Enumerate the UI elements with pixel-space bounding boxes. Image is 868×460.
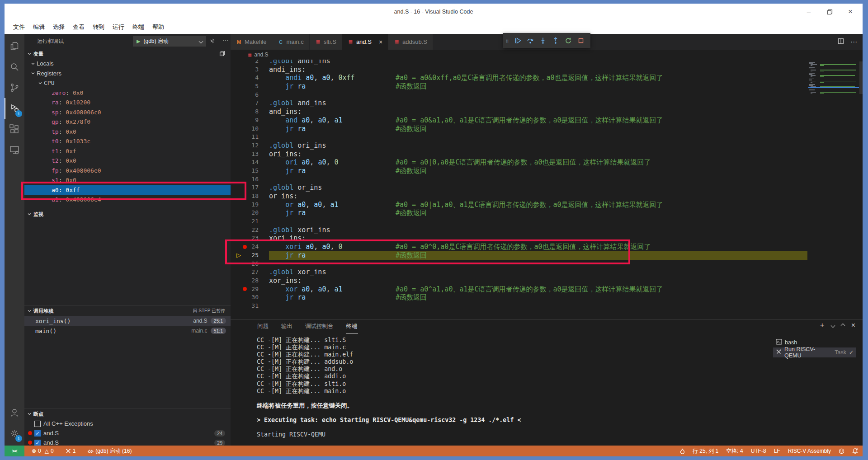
gutter-space[interactable] [241, 125, 249, 133]
stop-button[interactable] [576, 35, 586, 47]
gutter-space[interactable] [241, 260, 249, 268]
continue-button[interactable] [512, 35, 523, 47]
code-line-8[interactable]: 8and_ins: [231, 108, 863, 116]
close-tab-icon[interactable]: × [379, 38, 382, 46]
code-line-7[interactable]: 7.globl and_ins [231, 99, 863, 108]
gutter-space[interactable] [241, 133, 249, 141]
menu-item-文件[interactable]: 文件 [9, 20, 29, 34]
gutter-space[interactable] [241, 277, 249, 285]
encoding[interactable]: UTF-8 [751, 448, 766, 454]
code-line-6[interactable]: 6 [231, 91, 863, 99]
run-and-debug-icon[interactable]: 1 [5, 98, 24, 119]
gutter-space[interactable] [241, 293, 249, 302]
code-line-9[interactable]: 9 and a0, a0, a1#a0 = a0&a1,a0、a1是C语言调用者… [231, 116, 863, 125]
breakpoint-item-2[interactable]: ✓and.S29 [24, 438, 231, 446]
gutter-space[interactable] [241, 82, 249, 91]
tab-Makefile[interactable]: MMakefile [231, 34, 272, 50]
debug-settings-gear-icon[interactable] [209, 38, 216, 46]
gutter-space[interactable] [241, 268, 249, 277]
close-button[interactable]: × [840, 4, 861, 20]
code-editor[interactable]: 2.globl andi_ins3andi_ins:4 andi a0, a0,… [231, 60, 863, 319]
code-line-27[interactable]: 27.globl xor_ins [231, 268, 863, 277]
gutter-space[interactable] [241, 150, 249, 159]
settings-gear-icon[interactable]: 1 [5, 423, 24, 444]
register-a0[interactable]: a0: 0xff [24, 185, 231, 195]
register-ra[interactable]: ra: 0x10200 [24, 98, 231, 108]
code-line-11[interactable]: 11 [231, 133, 863, 141]
tasks-status[interactable]: 1 [66, 448, 76, 454]
menu-item-转到[interactable]: 转到 [89, 20, 108, 34]
code-line-4[interactable]: 4 andi a0, a0, 0xff#a0 = a0&0xff,a0是C语言调… [231, 74, 863, 82]
gutter-space[interactable] [241, 74, 249, 82]
code-line-19[interactable]: 19 or a0, a0, a1#a0 = a0|a1,a0、a1是C语言调用者… [231, 201, 863, 209]
breakpoint-item-1[interactable]: ✓and.S24 [24, 428, 231, 438]
menu-item-帮助[interactable]: 帮助 [148, 20, 168, 34]
gutter-space[interactable] [241, 175, 249, 184]
register-t2[interactable]: t2: 0x0 [24, 156, 231, 166]
code-line-23[interactable]: 23xori_ins: [231, 234, 863, 243]
minimize-button[interactable]: – [798, 4, 819, 20]
terminal-list-item-Run RISCV-QEMU[interactable]: Run RISCV-QEMUTask✓ [773, 347, 856, 357]
editor-scrollbar[interactable] [859, 61, 863, 94]
gutter-space[interactable] [241, 99, 249, 108]
panel-layout-icon[interactable] [219, 51, 225, 57]
menu-item-选择[interactable]: 选择 [49, 20, 69, 34]
watch-section-header[interactable]: 监视 [24, 209, 231, 219]
gutter-space[interactable] [241, 66, 249, 74]
gutter-space[interactable] [241, 141, 249, 150]
stack-frame-main()[interactable]: main()main.c51:1 [24, 326, 231, 336]
feedback-icon[interactable] [839, 448, 844, 454]
gutter-space[interactable] [241, 91, 249, 99]
gutter-space[interactable] [241, 217, 249, 226]
more-actions-icon[interactable]: ⋯ [222, 36, 229, 43]
code-line-14[interactable]: 14 ori a0, a0, 0#a0 = a0|0,a0是C语言调用者传递的参… [231, 158, 863, 167]
terminal-dropdown-icon[interactable] [830, 323, 835, 328]
gutter-space[interactable] [241, 158, 249, 167]
tree-item-locals[interactable]: Locals [24, 59, 231, 69]
breakpoint-checkbox[interactable]: ✓ [34, 440, 41, 446]
code-line-30[interactable]: 30 jr ra#函数返回 [231, 293, 863, 302]
eol-sequence[interactable]: LF [774, 448, 780, 454]
maximize-panel-icon[interactable] [840, 323, 845, 328]
code-line-28[interactable]: 28xor_ins: [231, 277, 863, 285]
register-zero[interactable]: zero: 0x0 [24, 88, 231, 98]
call-stack-section-header[interactable]: 调用堆栈 因 STEP 已暂停 [24, 305, 231, 316]
notifications-bell-icon[interactable] [852, 448, 858, 454]
code-line-21[interactable]: 21 [231, 217, 863, 226]
breakpoint-checkbox[interactable]: ✓ [34, 430, 41, 437]
breakpoint-gutter-dot[interactable] [241, 243, 249, 251]
gutter-space[interactable] [241, 251, 249, 260]
code-line-31[interactable]: 31 [231, 302, 863, 310]
gutter-space[interactable] [241, 116, 249, 125]
panel-tab-输出[interactable]: 输出 [281, 320, 293, 333]
register-a1[interactable]: a1: 0x408006e4 [24, 195, 231, 205]
remote-indicator[interactable]: >< [5, 446, 24, 456]
explorer-icon[interactable] [5, 36, 24, 56]
step-over-button[interactable] [525, 35, 536, 47]
panel-tab-终端[interactable]: 终端 [346, 320, 358, 333]
account-icon[interactable] [5, 402, 24, 423]
menu-item-查看[interactable]: 查看 [69, 20, 89, 34]
register-s1[interactable]: s1: 0x0 [24, 175, 231, 185]
new-terminal-icon[interactable]: + [820, 323, 825, 328]
code-line-3[interactable]: 3andi_ins: [231, 66, 863, 74]
tab-and.S[interactable]: ≣and.S× [342, 34, 388, 50]
code-line-16[interactable]: 16 [231, 175, 863, 184]
register-t1[interactable]: t1: 0xf [24, 146, 231, 156]
code-line-29[interactable]: 29 xor a0, a0, a1#a0 = a0^a1,a0、a1是C语言调用… [231, 285, 863, 294]
panel-tab-调试控制台[interactable]: 调试控制台 [305, 320, 334, 333]
code-line-13[interactable]: 13ori_ins: [231, 150, 863, 159]
gutter-space[interactable] [241, 302, 249, 310]
restore-button[interactable] [819, 4, 840, 20]
tab-slti.S[interactable]: ≣slti.S [310, 34, 342, 50]
indentation[interactable]: 空格: 4 [726, 447, 743, 455]
register-tp[interactable]: tp: 0x0 [24, 127, 231, 137]
code-line-18[interactable]: 18or_ins: [231, 192, 863, 201]
menu-item-运行[interactable]: 运行 [108, 20, 128, 34]
toolbar-drag-handle[interactable]: ⣿ [506, 40, 509, 42]
breakpoint-item-0[interactable]: All C++ Exceptions [24, 419, 231, 428]
code-line-22[interactable]: 22.globl xori_ins [231, 226, 863, 235]
panel-tab-问题[interactable]: 问题 [257, 320, 269, 333]
breakpoint-gutter-dot[interactable] [241, 285, 249, 294]
code-line-2[interactable]: 2.globl andi_ins [231, 60, 863, 66]
